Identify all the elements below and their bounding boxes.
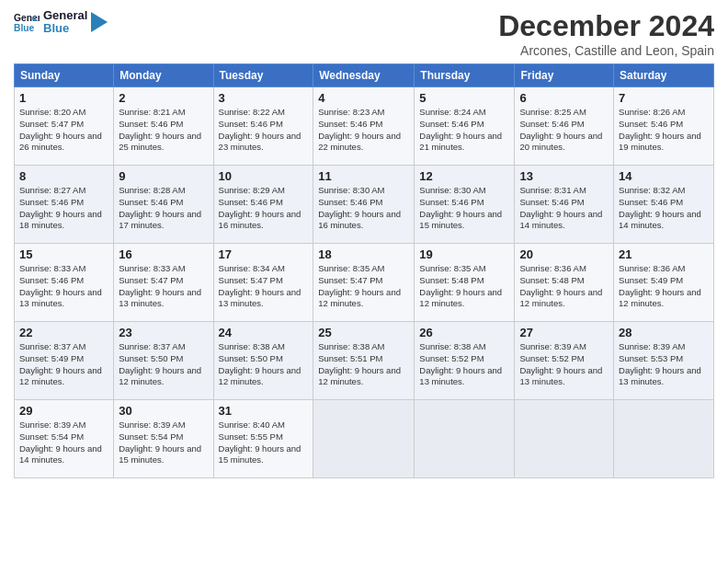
day-info: Sunrise: 8:25 AMSunset: 5:46 PMDaylight:… — [519, 107, 602, 152]
day-info: Sunrise: 8:37 AMSunset: 5:50 PMDaylight:… — [119, 341, 201, 386]
calendar-cell: 2 Sunrise: 8:21 AMSunset: 5:46 PMDayligh… — [114, 87, 213, 166]
page-title: December 2024 — [498, 9, 714, 43]
calendar-cell: 21 Sunrise: 8:36 AMSunset: 5:49 PMDaylig… — [614, 244, 714, 322]
calendar-cell — [614, 400, 714, 478]
calendar-cell: 15 Sunrise: 8:33 AMSunset: 5:46 PMDaylig… — [15, 244, 114, 322]
calendar-cell: 28 Sunrise: 8:39 AMSunset: 5:53 PMDaylig… — [614, 322, 714, 400]
day-info: Sunrise: 8:21 AMSunset: 5:46 PMDaylight:… — [119, 107, 201, 152]
calendar-cell: 17 Sunrise: 8:34 AMSunset: 5:47 PMDaylig… — [213, 244, 313, 322]
day-number: 25 — [318, 326, 409, 339]
header-saturday: Saturday — [614, 64, 714, 87]
day-number: 10 — [219, 169, 309, 183]
calendar-cell — [515, 400, 614, 478]
day-info: Sunrise: 8:38 AMSunset: 5:50 PMDaylight:… — [219, 341, 301, 386]
day-number: 1 — [19, 91, 108, 105]
calendar-cell: 24 Sunrise: 8:38 AMSunset: 5:50 PMDaylig… — [213, 322, 313, 400]
day-number: 14 — [619, 169, 709, 183]
svg-text:Blue: Blue — [14, 24, 35, 34]
day-info: Sunrise: 8:39 AMSunset: 5:54 PMDaylight:… — [19, 419, 102, 465]
logo-icon: General Blue — [14, 9, 40, 35]
calendar-week-4: 22 Sunrise: 8:37 AMSunset: 5:49 PMDaylig… — [15, 322, 714, 400]
day-number: 26 — [419, 326, 509, 339]
day-number: 9 — [119, 169, 208, 183]
day-info: Sunrise: 8:39 AMSunset: 5:52 PMDaylight:… — [519, 341, 602, 386]
calendar-cell: 16 Sunrise: 8:33 AMSunset: 5:47 PMDaylig… — [114, 244, 213, 322]
calendar-cell — [415, 400, 515, 478]
day-info: Sunrise: 8:30 AMSunset: 5:46 PMDaylight:… — [318, 185, 401, 230]
calendar-cell: 8 Sunrise: 8:27 AMSunset: 5:46 PMDayligh… — [15, 166, 114, 244]
calendar-week-2: 8 Sunrise: 8:27 AMSunset: 5:46 PMDayligh… — [15, 166, 714, 244]
calendar-cell: 4 Sunrise: 8:23 AMSunset: 5:46 PMDayligh… — [313, 87, 415, 166]
calendar-cell: 12 Sunrise: 8:30 AMSunset: 5:46 PMDaylig… — [415, 166, 515, 244]
day-number: 27 — [519, 326, 609, 339]
day-number: 23 — [119, 326, 208, 339]
day-info: Sunrise: 8:24 AMSunset: 5:46 PMDaylight:… — [419, 107, 502, 152]
day-number: 8 — [19, 169, 108, 183]
day-number: 7 — [619, 91, 709, 105]
page-subtitle: Arcones, Castille and Leon, Spain — [498, 43, 714, 58]
header-friday: Friday — [515, 64, 614, 87]
logo-general: General — [43, 9, 87, 22]
day-info: Sunrise: 8:39 AMSunset: 5:53 PMDaylight:… — [619, 341, 701, 386]
day-number: 6 — [519, 91, 609, 105]
calendar-cell: 3 Sunrise: 8:22 AMSunset: 5:46 PMDayligh… — [213, 87, 313, 166]
svg-text:General: General — [14, 13, 40, 23]
calendar-cell: 19 Sunrise: 8:35 AMSunset: 5:48 PMDaylig… — [415, 244, 515, 322]
day-number: 21 — [619, 247, 709, 261]
day-number: 29 — [19, 404, 108, 418]
calendar-cell: 11 Sunrise: 8:30 AMSunset: 5:46 PMDaylig… — [313, 166, 415, 244]
calendar-cell: 31 Sunrise: 8:40 AMSunset: 5:55 PMDaylig… — [213, 400, 313, 478]
calendar-cell: 22 Sunrise: 8:37 AMSunset: 5:49 PMDaylig… — [15, 322, 114, 400]
calendar-week-1: 1 Sunrise: 8:20 AMSunset: 5:47 PMDayligh… — [15, 87, 714, 166]
calendar-cell: 1 Sunrise: 8:20 AMSunset: 5:47 PMDayligh… — [15, 87, 114, 166]
day-info: Sunrise: 8:23 AMSunset: 5:46 PMDaylight:… — [318, 107, 401, 152]
day-number: 15 — [19, 247, 108, 261]
calendar-page: General Blue General Blue December 2024 … — [0, 0, 728, 563]
title-section: December 2024 Arcones, Castille and Leon… — [498, 9, 714, 58]
header-tuesday: Tuesday — [213, 64, 313, 87]
calendar-table: Sunday Monday Tuesday Wednesday Thursday… — [14, 63, 714, 478]
header-sunday: Sunday — [15, 64, 114, 87]
day-info: Sunrise: 8:36 AMSunset: 5:49 PMDaylight:… — [619, 263, 701, 308]
day-number: 17 — [219, 247, 309, 261]
day-info: Sunrise: 8:38 AMSunset: 5:52 PMDaylight:… — [419, 341, 502, 386]
day-number: 31 — [219, 404, 309, 418]
day-info: Sunrise: 8:35 AMSunset: 5:47 PMDaylight:… — [318, 263, 401, 308]
header-wednesday: Wednesday — [313, 64, 415, 87]
calendar-cell: 27 Sunrise: 8:39 AMSunset: 5:52 PMDaylig… — [515, 322, 614, 400]
day-info: Sunrise: 8:30 AMSunset: 5:46 PMDaylight:… — [419, 185, 502, 230]
day-info: Sunrise: 8:37 AMSunset: 5:49 PMDaylight:… — [19, 341, 102, 386]
day-info: Sunrise: 8:38 AMSunset: 5:51 PMDaylight:… — [318, 341, 401, 386]
calendar-cell: 26 Sunrise: 8:38 AMSunset: 5:52 PMDaylig… — [415, 322, 515, 400]
calendar-cell: 9 Sunrise: 8:28 AMSunset: 5:46 PMDayligh… — [114, 166, 213, 244]
calendar-cell: 7 Sunrise: 8:26 AMSunset: 5:46 PMDayligh… — [614, 87, 714, 166]
calendar-cell: 30 Sunrise: 8:39 AMSunset: 5:54 PMDaylig… — [114, 400, 213, 478]
day-number: 19 — [419, 247, 509, 261]
day-info: Sunrise: 8:28 AMSunset: 5:46 PMDaylight:… — [119, 185, 201, 230]
calendar-cell: 25 Sunrise: 8:38 AMSunset: 5:51 PMDaylig… — [313, 322, 415, 400]
logo: General Blue General Blue — [14, 9, 108, 36]
day-info: Sunrise: 8:29 AMSunset: 5:46 PMDaylight:… — [219, 185, 301, 230]
calendar-week-5: 29 Sunrise: 8:39 AMSunset: 5:54 PMDaylig… — [15, 400, 714, 478]
day-info: Sunrise: 8:22 AMSunset: 5:46 PMDaylight:… — [219, 107, 301, 152]
day-number: 24 — [219, 326, 309, 339]
day-number: 11 — [318, 169, 409, 183]
calendar-cell: 29 Sunrise: 8:39 AMSunset: 5:54 PMDaylig… — [15, 400, 114, 478]
logo-blue: Blue — [43, 22, 87, 35]
calendar-cell: 18 Sunrise: 8:35 AMSunset: 5:47 PMDaylig… — [313, 244, 415, 322]
day-info: Sunrise: 8:26 AMSunset: 5:46 PMDaylight:… — [619, 107, 701, 152]
header-monday: Monday — [114, 64, 213, 87]
day-number: 4 — [318, 91, 409, 105]
svg-marker-3 — [91, 12, 108, 32]
calendar-cell: 13 Sunrise: 8:31 AMSunset: 5:46 PMDaylig… — [515, 166, 614, 244]
calendar-cell: 5 Sunrise: 8:24 AMSunset: 5:46 PMDayligh… — [415, 87, 515, 166]
day-info: Sunrise: 8:40 AMSunset: 5:55 PMDaylight:… — [219, 419, 301, 465]
calendar-cell: 20 Sunrise: 8:36 AMSunset: 5:48 PMDaylig… — [515, 244, 614, 322]
day-info: Sunrise: 8:31 AMSunset: 5:46 PMDaylight:… — [519, 185, 602, 230]
day-number: 3 — [219, 91, 309, 105]
header-thursday: Thursday — [415, 64, 515, 87]
header: General Blue General Blue December 2024 … — [14, 9, 714, 58]
day-number: 30 — [119, 404, 208, 418]
day-info: Sunrise: 8:33 AMSunset: 5:47 PMDaylight:… — [119, 263, 201, 308]
day-number: 22 — [19, 326, 108, 339]
